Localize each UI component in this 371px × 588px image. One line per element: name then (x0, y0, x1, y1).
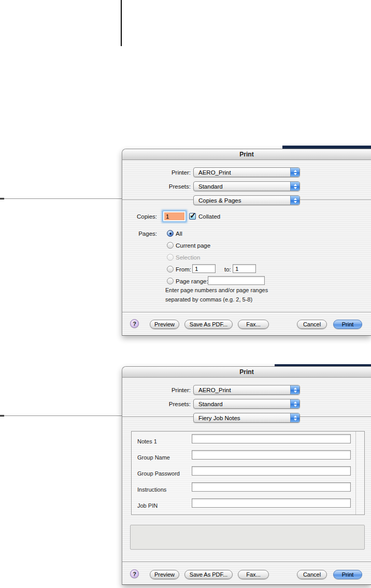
collated-label: Collated (198, 213, 220, 220)
titlebar[interactable]: Print (122, 149, 371, 160)
job-pin-label: Job PIN (137, 503, 158, 509)
print-dialog-copies-pages: Print Printer: AERO_Print Presets: Stand… (122, 149, 371, 336)
group-password-input[interactable] (192, 466, 351, 476)
fax-button[interactable]: Fax... (238, 320, 269, 329)
cancel-button[interactable]: Cancel (297, 570, 327, 579)
checkmark-icon: ✓ (190, 211, 196, 220)
radio-selection (167, 254, 174, 261)
copies-label: Copies: (122, 213, 157, 220)
popup-arrows-icon (290, 196, 299, 205)
from-page-input[interactable] (192, 264, 216, 273)
help-button[interactable]: ? (130, 569, 139, 578)
presets-popup-value: Standard (198, 183, 223, 190)
pane-selector-value: Fiery Job Notes (198, 415, 240, 421)
fax-button[interactable]: Fax... (238, 570, 269, 579)
group-name-input[interactable] (192, 450, 351, 460)
radio-all-label: All (176, 231, 182, 237)
scroll-track-line (355, 432, 356, 514)
radio-from[interactable] (167, 266, 174, 273)
presets-popup[interactable]: Standard (193, 181, 300, 191)
printer-popup-value: AERO_Print (198, 387, 231, 393)
pane-selector-value: Copies & Pages (198, 197, 241, 204)
print-button[interactable]: Print (333, 570, 362, 579)
notes1-input[interactable] (192, 434, 351, 443)
printer-popup[interactable]: AERO_Print (193, 167, 300, 177)
presets-label: Presets: (122, 401, 191, 407)
radio-selection-label: Selection (176, 254, 200, 261)
radio-page-range[interactable] (167, 278, 174, 284)
radio-current-page[interactable] (167, 242, 174, 249)
radio-current-page-label: Current page (176, 242, 210, 249)
pages-label: Pages: (122, 231, 157, 237)
presets-label: Presets: (122, 183, 191, 190)
instructions-input[interactable] (192, 482, 351, 492)
page-crop-line (121, 0, 122, 46)
page-range-help-line1: Enter page numbers and/or page ranges (165, 287, 268, 293)
copies-input[interactable] (163, 211, 186, 221)
presets-popup[interactable]: Standard (193, 399, 300, 409)
print-button[interactable]: Print (333, 320, 362, 329)
separator (122, 562, 371, 562)
popup-arrows-icon (290, 168, 299, 177)
to-page-input[interactable] (233, 264, 256, 273)
printer-popup[interactable]: AERO_Print (193, 385, 300, 395)
presets-popup-value: Standard (198, 401, 223, 407)
group-name-label: Group Name (137, 454, 170, 461)
radio-all[interactable] (167, 230, 174, 237)
group-password-label: Group Password (137, 470, 180, 477)
notes1-label: Notes 1 (137, 438, 157, 444)
job-pin-input[interactable] (192, 498, 351, 508)
manual-page: Print Printer: AERO_Print Presets: Stand… (0, 0, 371, 588)
job-notes-groupbox: Notes 1 Group Name Group Password Instru… (131, 431, 365, 515)
printer-label: Printer: (122, 169, 191, 176)
dialog-title: Print (122, 151, 371, 158)
pane-selector-popup[interactable]: Copies & Pages (193, 195, 300, 205)
preview-button[interactable]: Preview (150, 320, 179, 329)
printer-popup-value: AERO_Print (198, 169, 231, 176)
dialog-title: Print (122, 368, 371, 376)
callout-line-2 (0, 415, 122, 416)
page-range-help-line2: separated by commas (e.g. 2, 5-8) (165, 296, 252, 303)
page-range-input[interactable] (208, 276, 265, 285)
help-button[interactable]: ? (130, 319, 139, 328)
empty-info-box (130, 525, 365, 550)
save-as-pdf-button[interactable]: Save As PDF... (184, 570, 233, 579)
callout-line-1 (0, 198, 122, 199)
popup-arrows-icon (290, 413, 299, 422)
instructions-label: Instructions (137, 486, 166, 493)
radio-from-label: From: (176, 266, 191, 273)
popup-arrows-icon (290, 399, 299, 408)
popup-arrows-icon (290, 385, 299, 394)
preview-button[interactable]: Preview (150, 570, 179, 579)
printer-label: Printer: (122, 387, 191, 393)
pane-selector-popup[interactable]: Fiery Job Notes (193, 413, 300, 423)
to-label: to: (224, 266, 231, 273)
cancel-button[interactable]: Cancel (297, 320, 327, 329)
popup-arrows-icon (290, 182, 299, 191)
save-as-pdf-button[interactable]: Save As PDF... (184, 320, 233, 329)
separator (122, 312, 371, 312)
titlebar[interactable]: Print (122, 367, 371, 378)
radio-page-range-label: Page range: (176, 278, 208, 284)
collated-checkbox[interactable]: ✓ (189, 213, 196, 220)
print-dialog-fiery-job-notes: Print Printer: AERO_Print Presets: Stand… (122, 366, 371, 585)
